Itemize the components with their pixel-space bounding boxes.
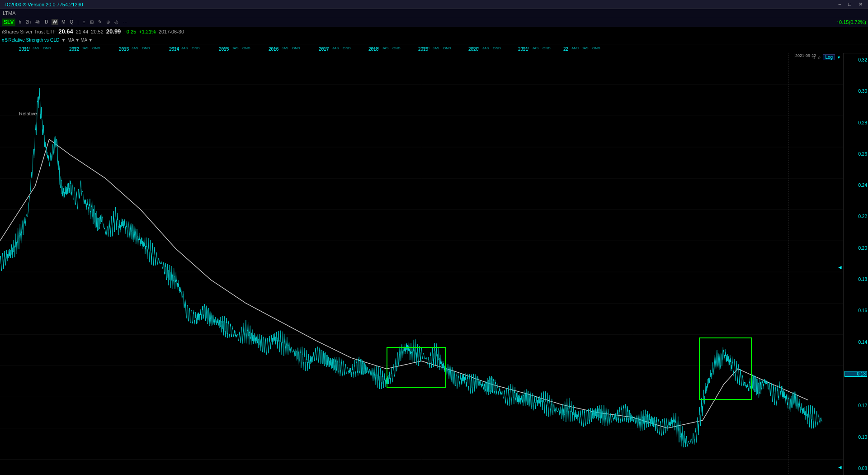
timeframe-m[interactable]: M: [60, 19, 66, 25]
price-label-013: 0.13: [844, 371, 867, 377]
minimize-button[interactable]: −: [836, 1, 843, 7]
price-label-014: 0.14: [844, 340, 867, 345]
chart-arrow-mid[interactable]: ◄: [837, 264, 843, 271]
price-label-018: 0.18: [844, 277, 867, 282]
price-label-020: 0.20: [844, 246, 867, 251]
price-label-016: 0.16: [844, 308, 867, 313]
price-label-032: 0.32: [844, 57, 867, 62]
timeframe-h[interactable]: h: [17, 19, 23, 25]
price-label-030: 0.30: [844, 89, 867, 94]
price-high: 21.44: [76, 29, 89, 34]
timeframe-4h[interactable]: 4h: [34, 19, 42, 25]
chart-close-btn[interactable]: x: [2, 38, 4, 43]
price-label-026: 0.26: [844, 152, 867, 157]
price-low: 20.52: [91, 29, 104, 34]
price-close: 20.99: [106, 28, 121, 35]
log-button[interactable]: Log: [823, 54, 835, 60]
price-change: +0.25: [123, 29, 136, 34]
window-controls[interactable]: − □ ✕: [836, 1, 864, 7]
window-title: LTMA: [3, 10, 16, 16]
timeframe-2h[interactable]: 2h: [24, 19, 32, 25]
log-dropdown[interactable]: ▼: [837, 55, 841, 60]
timeframe-q[interactable]: Q: [68, 19, 75, 25]
toolbar: SLV h 2h 4h D W M Q | ≡ ⊞ ✎ ⊕ ◎ ⋯ ↑0.15(…: [0, 17, 868, 27]
price-date: 2017-06-30: [159, 29, 184, 34]
price-label-010: 0.10: [844, 435, 867, 440]
toolbar-icon-3[interactable]: ✎: [97, 19, 103, 25]
price-label-022: 0.22: [844, 214, 867, 219]
symbol-badge[interactable]: SLV: [2, 19, 15, 26]
toolbar-icon-1[interactable]: ≡: [81, 19, 87, 25]
chart-area[interactable]: ◄ 0.32 0.30 0.28 0.26 0.24 0.22 0.20 0.1…: [0, 53, 868, 475]
maximize-button[interactable]: □: [846, 1, 853, 7]
current-value-top: ↑0.15(0.72%): [837, 19, 866, 25]
date-marker: 2021-09-22: [794, 53, 816, 58]
price-change-pct: +1.21%: [139, 29, 156, 34]
price-labels: 0.32 0.30 0.28 0.26 0.24 0.22 0.20 0.18 …: [844, 56, 867, 473]
title-bar: TC2000 ® Version 20.0.7754.21230 − □ ✕: [0, 0, 868, 9]
timeframe-d[interactable]: D: [43, 19, 49, 25]
toolbar-icon-2[interactable]: ⊞: [89, 19, 95, 25]
price-label-012: 0.12: [844, 403, 867, 408]
ma-label-1[interactable]: MA: [67, 38, 74, 43]
ma-arrow-2: ▼: [88, 38, 93, 43]
price-open: 20.64: [58, 28, 73, 35]
toolbar-icon-6[interactable]: ⋯: [122, 19, 129, 25]
stock-name: iShares Silver Trust ETF: [2, 29, 56, 34]
price-label-024: 0.24: [844, 183, 867, 188]
title-bar-text: TC2000 ® Version 20.0.7754.21230: [4, 2, 83, 7]
star-icon-2[interactable]: ☆: [817, 55, 821, 60]
chart-arrow-bottom[interactable]: ◄: [837, 464, 843, 470]
ma-label-2[interactable]: MA: [80, 38, 87, 43]
close-button[interactable]: ✕: [857, 1, 864, 7]
ma-arrow-1: ▼: [75, 38, 80, 43]
indicator-label[interactable]: Relative Strength vs GLD: [9, 38, 60, 43]
toolbar-icon-4[interactable]: ⊕: [105, 19, 111, 25]
price-axis: ◄ 0.32 0.30 0.28 0.26 0.24 0.22 0.20 0.1…: [843, 53, 868, 475]
price-label-008: 0.08: [844, 466, 867, 471]
chart-dollar-icon: $: [5, 38, 8, 43]
stock-info-bar: iShares Silver Trust ETF 20.64 21.44 20.…: [0, 27, 868, 36]
indicator-arrow-1: ▼: [61, 38, 66, 43]
chart-canvas-wrapper: [0, 53, 843, 475]
chart-top-controls: ☆ ☆ Log ▼: [812, 54, 841, 60]
chart-header: x $ Relative Strength vs GLD ▼ MA ▼ MA ▼: [0, 36, 868, 44]
time-axis: [0, 44, 868, 53]
price-label-028: 0.28: [844, 120, 867, 125]
timeframe-w[interactable]: W: [52, 19, 58, 25]
toolbar-icon-5[interactable]: ◎: [113, 19, 120, 25]
